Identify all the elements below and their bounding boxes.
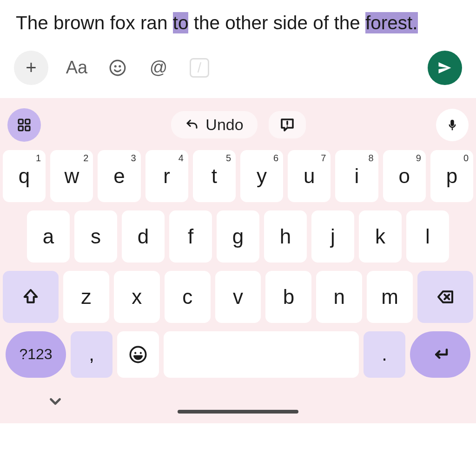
key-n[interactable]: n [316,271,362,323]
enter-key[interactable] [410,331,470,378]
key-c[interactable]: c [165,271,211,323]
key-i[interactable]: i8 [335,150,378,202]
key-label: n [333,285,344,309]
svg-rect-4 [26,119,30,124]
slash-command-button[interactable]: / [187,55,212,80]
key-j[interactable]: j [311,210,354,263]
plus-icon: + [26,57,36,78]
svg-rect-3 [19,119,23,124]
send-button[interactable] [428,51,462,85]
symbols-key[interactable]: ?123 [6,331,66,378]
apps-grid-icon [17,118,32,132]
key-label: j [331,225,335,248]
key-e[interactable]: e3 [98,150,140,202]
feedback-button[interactable] [269,111,306,138]
key-g[interactable]: g [217,210,259,263]
key-label: x [132,285,142,309]
key-hint: 4 [178,153,184,164]
backspace-key[interactable] [417,271,473,323]
key-s[interactable]: s [74,210,117,263]
svg-rect-9 [452,128,453,130]
slash-icon: / [190,58,209,78]
key-hint: 8 [368,153,373,164]
period-label: . [382,344,387,365]
feedback-icon [279,117,296,133]
text-segment: the other side of the [188,12,365,33]
key-label: h [280,225,291,248]
key-w[interactable]: w2 [50,150,93,202]
collapse-keyboard-button[interactable] [46,393,64,412]
key-label: l [425,225,430,248]
home-handle[interactable] [178,410,298,414]
format-icon: Aa [66,58,87,78]
key-a[interactable]: a [27,210,70,263]
key-hint: 9 [416,153,421,164]
key-label: a [43,225,54,248]
key-t[interactable]: t5 [193,150,236,202]
period-key[interactable]: . [364,331,405,378]
key-u[interactable]: u7 [288,150,331,202]
svg-point-2 [119,66,120,67]
key-q[interactable]: q1 [3,150,46,202]
space-key[interactable] [164,331,359,378]
key-r[interactable]: r4 [145,150,188,202]
key-d[interactable]: d [122,210,165,263]
comma-key[interactable]: , [71,331,112,378]
key-l[interactable]: l [406,210,449,263]
key-hint: 7 [321,153,326,164]
key-label: q [19,164,30,188]
key-label: b [283,285,294,309]
voice-input-button[interactable] [436,109,469,141]
svg-point-14 [140,352,142,354]
key-f[interactable]: f [169,210,212,263]
mention-button[interactable]: @ [146,55,171,80]
svg-point-8 [286,125,287,126]
keyboard-apps-button[interactable] [7,108,41,142]
key-label: y [257,164,267,188]
key-b[interactable]: b [265,271,311,323]
compose-toolbar: + Aa @ / [0,40,476,98]
emoji-picker-button[interactable] [105,55,130,80]
message-input[interactable]: The brown fox ran to the other side of t… [0,0,476,40]
undo-label: Undo [205,116,243,134]
emoji-key[interactable] [117,331,159,378]
svg-rect-6 [26,126,30,130]
key-label: o [398,164,410,188]
keyboard-suggestion-bar: Undo [0,105,476,150]
key-label: z [81,285,91,309]
key-h[interactable]: h [264,210,307,263]
system-navbar [0,381,476,423]
key-k[interactable]: k [359,210,402,263]
smile-icon [109,59,126,77]
backspace-icon [436,288,455,306]
keyboard-row-2: asdfghjkl [3,210,473,263]
key-label: d [138,225,149,248]
keyboard-row-1: q1w2e3r4t5y6u7i8o9p0 [3,150,473,202]
key-label: f [188,225,193,248]
key-m[interactable]: m [367,271,413,323]
svg-point-13 [134,352,136,354]
key-hint: 1 [36,153,41,164]
key-x[interactable]: x [114,271,160,323]
key-p[interactable]: p0 [430,150,473,202]
emoji-icon [129,345,147,364]
key-label: w [64,164,79,188]
send-icon [436,59,453,76]
shift-key[interactable] [3,271,59,323]
keyboard-rows: q1w2e3r4t5y6u7i8o9p0 asdfghjkl zxcvbnm ?… [0,150,476,378]
key-v[interactable]: v [215,271,261,323]
key-y[interactable]: y6 [240,150,283,202]
text-segment: forest. [365,12,418,33]
add-attachment-button[interactable]: + [14,51,48,85]
key-label: t [212,164,217,188]
undo-suggestion-button[interactable]: Undo [171,111,257,138]
text-format-button[interactable]: Aa [64,55,89,80]
key-z[interactable]: z [63,271,109,323]
key-label: u [304,164,315,188]
key-o[interactable]: o9 [383,150,426,202]
key-label: g [232,225,244,248]
key-label: k [375,225,385,248]
key-label: p [446,164,457,188]
symbols-label: ?123 [19,346,52,363]
key-label: m [381,285,398,309]
